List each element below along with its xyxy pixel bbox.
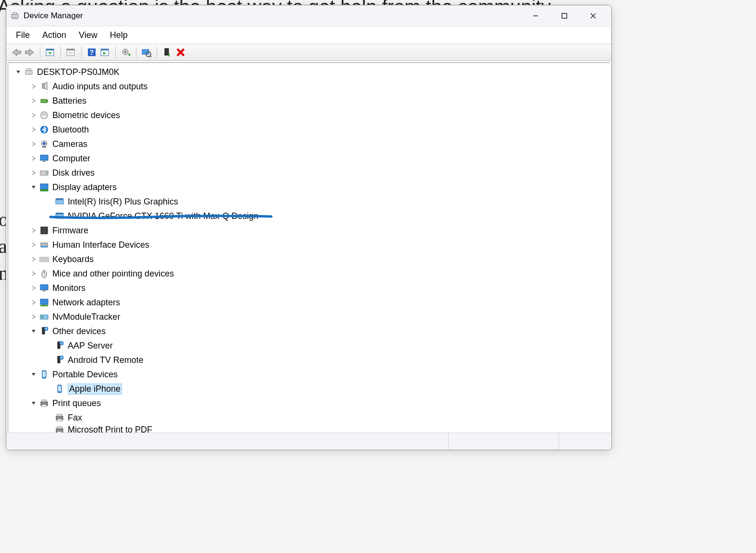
portable-icon bbox=[54, 384, 65, 394]
chevron-right-icon[interactable] bbox=[29, 313, 38, 321]
uninstall-device-icon[interactable] bbox=[161, 46, 173, 59]
tree-node[interactable]: ?AAP Server bbox=[10, 338, 610, 353]
close-button[interactable] bbox=[579, 6, 608, 25]
chevron-right-icon[interactable] bbox=[29, 168, 38, 177]
svg-rect-13 bbox=[67, 49, 74, 50]
tree-node[interactable]: Display adapters bbox=[10, 180, 610, 194]
svg-rect-65 bbox=[40, 257, 49, 262]
other-warn-icon: ? bbox=[54, 340, 65, 351]
action-panel-icon[interactable] bbox=[99, 46, 111, 59]
svg-point-86 bbox=[41, 316, 43, 318]
svg-rect-99 bbox=[58, 386, 61, 391]
chevron-right-icon[interactable] bbox=[29, 154, 38, 163]
chevron-placeholder bbox=[45, 413, 53, 422]
chevron-right-icon[interactable] bbox=[29, 226, 38, 235]
tree-node[interactable]: ?Android TV Remote bbox=[10, 353, 610, 367]
svg-rect-104 bbox=[57, 414, 62, 416]
svg-point-22 bbox=[124, 51, 126, 53]
disable-device-icon[interactable] bbox=[174, 46, 187, 59]
chevron-right-icon[interactable] bbox=[29, 255, 38, 264]
svg-rect-31 bbox=[25, 71, 32, 74]
chevron-down-icon[interactable] bbox=[29, 370, 38, 379]
titlebar[interactable]: Device Manager bbox=[6, 5, 611, 26]
chevron-right-icon[interactable] bbox=[29, 284, 38, 292]
window-title: Device Manager bbox=[24, 11, 83, 21]
forward-icon[interactable] bbox=[24, 46, 36, 59]
menu-view[interactable]: View bbox=[74, 28, 102, 42]
show-hide-icon[interactable] bbox=[44, 46, 57, 59]
chevron-right-icon[interactable] bbox=[29, 298, 38, 307]
battery-icon bbox=[39, 96, 49, 106]
svg-rect-36 bbox=[47, 100, 48, 102]
tree-node[interactable]: ?Other devices bbox=[10, 324, 610, 338]
tree-node[interactable]: Cameras bbox=[10, 137, 610, 151]
tree-node[interactable]: Fax bbox=[10, 410, 610, 425]
tree-node[interactable]: Portable Devices bbox=[10, 367, 610, 382]
tree-node[interactable]: Keyboards bbox=[10, 252, 610, 266]
tree-node[interactable]: Human Interface Devices bbox=[10, 238, 610, 252]
svg-rect-107 bbox=[57, 427, 62, 429]
tree-node[interactable]: Monitors bbox=[10, 281, 610, 295]
tree-node[interactable]: Firmware bbox=[10, 223, 610, 238]
svg-rect-67 bbox=[42, 258, 43, 259]
scan-icon[interactable] bbox=[140, 46, 153, 59]
chevron-right-icon[interactable] bbox=[29, 111, 38, 120]
svg-marker-34 bbox=[44, 82, 47, 90]
tree-node[interactable]: Mice and other pointing devices bbox=[10, 266, 610, 281]
tree-node-label: Android TV Remote bbox=[68, 355, 144, 365]
chevron-down-icon[interactable] bbox=[29, 183, 38, 192]
tree-node[interactable]: Apple iPhone bbox=[10, 382, 610, 396]
chevron-right-icon[interactable] bbox=[29, 269, 38, 278]
tree-node[interactable]: Microsoft Print to PDF bbox=[10, 425, 610, 433]
tree-node-label: Network adapters bbox=[52, 298, 120, 308]
tree-node-label: Mice and other pointing devices bbox=[52, 269, 174, 279]
chevron-down-icon[interactable] bbox=[29, 399, 38, 408]
maximize-button[interactable] bbox=[550, 6, 579, 25]
chevron-placeholder bbox=[45, 197, 53, 206]
tree-node[interactable]: DESKTOP-PS0JM0K bbox=[10, 65, 610, 79]
tree-node[interactable]: Bluetooth bbox=[10, 122, 610, 137]
svg-rect-74 bbox=[43, 260, 44, 261]
tree-node[interactable]: Print queues bbox=[10, 396, 610, 410]
device-tree[interactable]: DESKTOP-PS0JM0KAudio inputs and outputsB… bbox=[8, 62, 610, 433]
minimize-button[interactable] bbox=[521, 6, 550, 25]
svg-rect-80 bbox=[40, 285, 48, 290]
svg-rect-75 bbox=[45, 260, 46, 261]
tree-node[interactable]: NvModuleTracker bbox=[10, 310, 610, 324]
chevron-right-icon[interactable] bbox=[29, 240, 38, 249]
chevron-down-icon[interactable] bbox=[14, 68, 23, 76]
svg-rect-97 bbox=[43, 372, 46, 377]
display-card-icon bbox=[54, 196, 65, 207]
chevron-right-icon[interactable] bbox=[29, 82, 38, 91]
tree-node[interactable]: Network adapters bbox=[10, 295, 610, 310]
tree-node-label: Monitors bbox=[52, 283, 85, 293]
printer-icon bbox=[54, 425, 65, 433]
tree-node-label: AAP Server bbox=[68, 341, 113, 351]
menu-action[interactable]: Action bbox=[37, 28, 71, 42]
tree-node-label: Cameras bbox=[52, 139, 87, 149]
svg-rect-68 bbox=[43, 258, 44, 259]
tree-node[interactable]: Batteries bbox=[10, 94, 610, 108]
help-icon[interactable]: ? bbox=[85, 46, 98, 59]
menu-help[interactable]: Help bbox=[105, 28, 133, 42]
mouse-icon bbox=[39, 268, 49, 279]
tree-node-label: Bluetooth bbox=[52, 125, 89, 135]
display-icon bbox=[39, 182, 49, 192]
chevron-right-icon[interactable] bbox=[29, 140, 38, 148]
chevron-right-icon[interactable] bbox=[29, 96, 38, 105]
tree-node[interactable]: Disk drives bbox=[10, 166, 610, 180]
chevron-right-icon[interactable] bbox=[29, 125, 38, 134]
tree-node[interactable]: Intel(R) Iris(R) Plus Graphics bbox=[10, 194, 610, 209]
update-driver-icon[interactable] bbox=[120, 46, 132, 59]
tree-node[interactable]: Audio inputs and outputs bbox=[10, 79, 610, 94]
svg-point-45 bbox=[46, 172, 48, 174]
properties-icon[interactable] bbox=[65, 46, 77, 59]
back-icon[interactable] bbox=[10, 46, 23, 59]
tree-node[interactable]: Biometric devices bbox=[10, 108, 610, 122]
chevron-down-icon[interactable] bbox=[29, 327, 38, 336]
svg-marker-7 bbox=[12, 49, 21, 56]
tree-node[interactable]: NVIDIA GeForce GTX 1660 Ti with Max-Q De… bbox=[10, 209, 610, 223]
menu-file[interactable]: File bbox=[11, 28, 35, 42]
svg-rect-1 bbox=[13, 12, 17, 14]
tree-node[interactable]: Computer bbox=[10, 151, 610, 166]
